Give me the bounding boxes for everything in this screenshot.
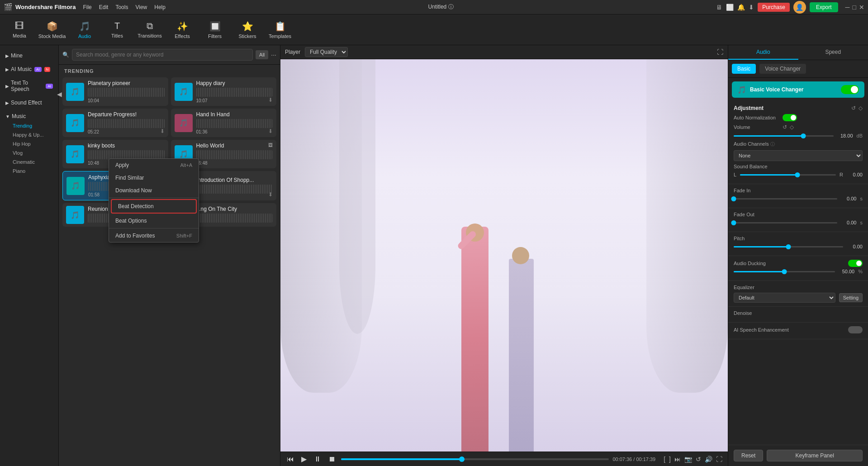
- toolbar-filters[interactable]: 🔲 Filters: [199, 16, 231, 43]
- left-section-ai-music-header[interactable]: ▶ AI Music AI N: [4, 64, 55, 74]
- ai-speech-toggle[interactable]: [848, 326, 863, 333]
- quality-select[interactable]: Full Quality 1/2 Quality 1/4 Quality: [305, 47, 348, 57]
- mark-out-icon[interactable]: ]: [668, 455, 672, 464]
- equalizer-select[interactable]: Default Rock Pop Jazz: [734, 293, 835, 303]
- download-icon-3[interactable]: ⬇: [160, 128, 165, 134]
- player-expand-icon[interactable]: ⛶: [717, 48, 723, 56]
- left-section-tts-header[interactable]: ▶ Text To Speech AI: [4, 78, 55, 94]
- sound-balance-slider[interactable]: [740, 174, 836, 176]
- menu-file[interactable]: File: [83, 4, 91, 10]
- ctx-download-now[interactable]: Download Now: [109, 184, 199, 197]
- volume-reset-icon[interactable]: ↺: [783, 124, 787, 130]
- audio-card-2[interactable]: 🎵 Happy diary 10:07 ⬇: [171, 77, 277, 106]
- menu-view[interactable]: View: [135, 4, 147, 10]
- toolbar-stickers[interactable]: ⭐ Stickers: [232, 16, 263, 43]
- toolbar-audio[interactable]: 🎵 Audio: [69, 16, 100, 43]
- audio-ducking-handle[interactable]: [782, 269, 787, 274]
- audio-ducking-slider[interactable]: [734, 271, 835, 272]
- toolbar-titles[interactable]: T Titles: [101, 16, 133, 43]
- sidebar-item-happy[interactable]: Happy & Up...: [11, 130, 55, 139]
- user-avatar[interactable]: 👤: [793, 1, 806, 14]
- audio-card-4[interactable]: 🎵 Hand In Hand 01:36 ⬇: [171, 109, 277, 137]
- voice-changer-toggle[interactable]: [841, 85, 859, 94]
- subtab-basic[interactable]: Basic: [732, 64, 756, 74]
- download-icon-2[interactable]: ⬇: [268, 97, 273, 103]
- left-section-mine-header[interactable]: ▶ Mine: [4, 51, 55, 61]
- audio-channels-select[interactable]: None Mono Stereo: [734, 150, 863, 161]
- tab-audio[interactable]: Audio: [728, 45, 798, 60]
- toolbar-media[interactable]: 🎞 Media: [4, 16, 35, 43]
- purchase-button[interactable]: Purchase: [758, 3, 790, 12]
- toolbar-effects[interactable]: ✨ Effects: [166, 16, 198, 43]
- sidebar-item-piano[interactable]: Piano: [11, 166, 55, 176]
- ctx-beat-detection[interactable]: Beat Detection: [111, 199, 197, 214]
- audio-card-1[interactable]: 🎵 Planetary pioneer 10:04: [62, 77, 168, 106]
- equalizer-setting-button[interactable]: Setting: [839, 293, 863, 302]
- fade-in-handle[interactable]: [731, 196, 736, 201]
- volume-keyframe-icon[interactable]: ◇: [790, 124, 794, 130]
- auto-normalization-toggle[interactable]: [783, 114, 797, 121]
- window-minimize[interactable]: ─: [845, 4, 850, 11]
- pitch-slider[interactable]: [734, 246, 843, 247]
- download-icon-4[interactable]: ⬇: [268, 128, 273, 134]
- volume-handle[interactable]: [801, 133, 806, 138]
- left-section-music-header[interactable]: ▼ Music: [4, 111, 55, 121]
- audio-row-1: 🎵 Planetary pioneer 10:04 🎵 Happy diary …: [62, 77, 276, 106]
- ctx-beat-options[interactable]: Beat Options: [109, 214, 199, 227]
- fade-out-handle[interactable]: [731, 220, 736, 225]
- progress-bar[interactable]: [341, 458, 609, 460]
- menu-help[interactable]: Help: [154, 4, 166, 10]
- subtab-voice-changer[interactable]: Voice Changer: [759, 64, 806, 74]
- progress-handle[interactable]: [459, 456, 465, 462]
- search-input[interactable]: [72, 49, 253, 61]
- tab-speed[interactable]: Speed: [798, 45, 868, 60]
- sound-balance-handle[interactable]: [795, 172, 800, 177]
- sidebar-item-vlog[interactable]: Vlog: [11, 148, 55, 157]
- volume-slider[interactable]: [734, 135, 834, 137]
- menu-bar: 🎬 Wondershare Filmora File Edit Tools Vi…: [0, 0, 868, 14]
- left-section-sfx-header[interactable]: ▶ Sound Effect: [4, 98, 55, 108]
- settings-icon: ⬜: [726, 4, 734, 11]
- export-button[interactable]: Export: [810, 2, 838, 12]
- download-icon-8[interactable]: ⬇: [268, 191, 273, 198]
- fade-in-slider[interactable]: [734, 198, 837, 200]
- window-maximize[interactable]: □: [853, 4, 856, 11]
- keyframe-icon[interactable]: ◇: [859, 105, 863, 111]
- toolbar-templates[interactable]: 📋 Templates: [264, 16, 296, 43]
- filter-all-button[interactable]: All: [256, 50, 268, 59]
- snapshot-icon[interactable]: 📷: [683, 455, 693, 464]
- audio-card-3[interactable]: 🎵 Departure Progress! 05:22 ⬇: [62, 109, 168, 137]
- toolbar: 🎞 Media 📦 Stock Media 🎵 Audio T Titles ⧉…: [0, 14, 868, 45]
- pitch-handle[interactable]: [786, 244, 791, 249]
- rotate-icon[interactable]: ↺: [695, 455, 702, 464]
- menu-tools[interactable]: Tools: [115, 4, 128, 10]
- transitions-icon: ⧉: [147, 21, 153, 31]
- reset-button[interactable]: Reset: [734, 450, 763, 461]
- play-button[interactable]: ▶: [299, 454, 308, 464]
- channels-help-icon[interactable]: ⓘ: [770, 142, 775, 147]
- more-options-icon[interactable]: ···: [271, 51, 276, 58]
- sidebar-item-hiphop[interactable]: Hip Hop: [11, 139, 55, 148]
- ctx-apply[interactable]: Apply Alt+A: [109, 159, 199, 171]
- mark-in-icon[interactable]: [: [663, 455, 666, 464]
- fade-out-slider[interactable]: [734, 222, 837, 223]
- sidebar-item-trending[interactable]: Trending: [11, 121, 55, 130]
- rewind-button[interactable]: ⏮: [285, 454, 296, 464]
- window-close[interactable]: ✕: [859, 4, 864, 11]
- audio-ducking-toggle[interactable]: [848, 260, 863, 267]
- sidebar-item-cinematic[interactable]: Cinematic: [11, 157, 55, 166]
- volume-icon[interactable]: 🔊: [704, 455, 713, 464]
- toolbar-transitions[interactable]: ⧉ Transitions: [134, 16, 166, 43]
- keyframe-panel-button[interactable]: Keyframe Panel: [767, 450, 863, 461]
- toolbar-stock-media[interactable]: 📦 Stock Media: [36, 16, 68, 43]
- step-forward-icon[interactable]: ⏭: [674, 455, 682, 464]
- menu-edit[interactable]: Edit: [99, 4, 109, 10]
- ctx-find-similar[interactable]: Find Similar: [109, 171, 199, 184]
- adjustment-section: Adjustment ↺ ◇ Auto Normalization Volume…: [728, 101, 868, 184]
- collapse-panel-icon[interactable]: ◀: [57, 90, 62, 98]
- stop-button[interactable]: ⏹: [327, 454, 337, 464]
- reset-icon[interactable]: ↺: [851, 105, 856, 111]
- pause-button[interactable]: ⏸: [312, 454, 323, 464]
- fullscreen-icon[interactable]: ⛶: [715, 455, 723, 464]
- ctx-add-favorites[interactable]: Add to Favorites Shift+F: [109, 229, 199, 242]
